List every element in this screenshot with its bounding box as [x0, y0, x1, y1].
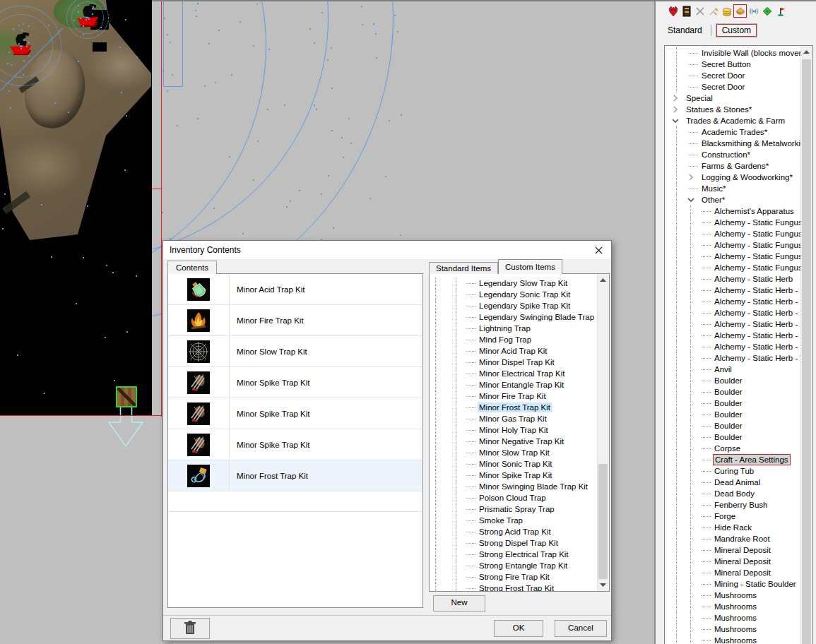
- palette-tree-row[interactable]: Construction*: [665, 149, 801, 160]
- inventory-item-row[interactable]: Minor Acid Trap Kit: [168, 274, 422, 305]
- palette-tree-row[interactable]: Alchemy - Static Herb - Fi: [665, 318, 801, 330]
- palette-tree-row[interactable]: Secret Door: [665, 70, 801, 81]
- palette-tree-row[interactable]: Other*: [665, 194, 801, 205]
- chevron-right-icon[interactable]: [672, 106, 679, 113]
- tab-contents[interactable]: Contents: [167, 261, 217, 274]
- chevron-down-icon[interactable]: [687, 196, 694, 203]
- palette-tree-row[interactable]: Boulder: [665, 375, 801, 386]
- palette-tree-row[interactable]: Mushrooms: [665, 601, 801, 612]
- scroll-down-icon[interactable]: [598, 579, 608, 591]
- paint-merchants-icon[interactable]: [721, 5, 733, 17]
- custom-tree-scrollbar[interactable]: [597, 274, 609, 591]
- custom-item-row[interactable]: Minor Slow Trap Kit: [430, 447, 598, 458]
- palette-tree-row[interactable]: Statues & Stones*: [665, 104, 801, 115]
- ok-button[interactable]: OK: [494, 620, 543, 637]
- tab-custom-items[interactable]: Custom Items: [498, 259, 562, 274]
- custom-item-row[interactable]: Poison Cloud Trap: [430, 492, 598, 503]
- area-view[interactable]: [0, 0, 152, 415]
- chevron-right-icon[interactable]: [672, 95, 679, 102]
- palette-tree-row[interactable]: Alchemy - Static Herb: [665, 273, 801, 285]
- palette-tree-row[interactable]: Secret Door: [665, 81, 801, 93]
- palette-tree-row[interactable]: Fenberry Bush: [665, 499, 801, 511]
- paint-waypoints-icon[interactable]: [774, 5, 786, 17]
- palette-tree-row[interactable]: Boulder: [665, 386, 801, 398]
- paint-placeables-icon[interactable]: [734, 5, 746, 17]
- custom-item-row[interactable]: Minor Sonic Trap Kit: [430, 458, 598, 470]
- custom-item-row[interactable]: Legendary Spike Trap Kit: [430, 300, 598, 311]
- custom-item-row[interactable]: Lightning Trap: [430, 323, 598, 334]
- inventory-item-row[interactable]: Minor Slow Trap Kit: [168, 336, 422, 367]
- custom-item-row[interactable]: Minor Gas Trap Kit: [430, 413, 598, 424]
- custom-item-row[interactable]: Minor Spike Trap Kit: [430, 470, 598, 481]
- custom-item-row[interactable]: Legendary Slow Trap Kit: [430, 278, 598, 289]
- custom-item-row[interactable]: Strong Entangle Trap Kit: [430, 560, 598, 571]
- custom-item-row[interactable]: Minor Negative Trap Kit: [430, 436, 598, 447]
- paint-triggers-icon[interactable]: [761, 5, 773, 17]
- palette-tree-row[interactable]: Boulder: [665, 409, 801, 420]
- custom-item-row[interactable]: Minor Swinging Blade Trap Kit: [430, 481, 598, 492]
- paint-sounds-icon[interactable]: [747, 5, 759, 17]
- palette-tree-row[interactable]: Mushrooms: [665, 635, 801, 644]
- palette-tree-row[interactable]: Alchemy - Static Herb - Su: [665, 341, 801, 352]
- palette-tree-row[interactable]: Alchemy - Static Herb - D: [665, 285, 801, 296]
- palette-tree-row[interactable]: Logging & Woodworking*: [665, 172, 801, 183]
- palette-tree-row[interactable]: Alchemy - Static Fungus: [665, 217, 801, 228]
- palette-tree-row[interactable]: Mineral Deposit: [665, 544, 801, 556]
- custom-item-row[interactable]: Minor Dispel Trap Kit: [430, 357, 598, 368]
- palette-tree-row[interactable]: Alchemy - Static Fungus -: [665, 228, 801, 239]
- palette-tree-row[interactable]: Dead Body: [665, 488, 801, 499]
- inventory-item-row[interactable]: Minor Frost Trap Kit: [168, 460, 422, 491]
- palette-tree-row[interactable]: Anvil: [665, 364, 801, 375]
- paint-items-icon[interactable]: [707, 5, 719, 17]
- custom-item-row[interactable]: Prismatic Spray Trap: [430, 503, 598, 515]
- custom-item-row[interactable]: Mind Fog Trap: [430, 334, 598, 345]
- cancel-button[interactable]: Cancel: [555, 620, 607, 637]
- palette-tree-row[interactable]: Academic Trades*: [665, 126, 801, 138]
- scroll-up-icon[interactable]: [801, 46, 812, 58]
- palette-tree-row[interactable]: Alchemy - Static Fungus -: [665, 251, 801, 262]
- palette-tree-row[interactable]: Boulder: [665, 431, 801, 443]
- creature-marker[interactable]: [75, 4, 100, 27]
- palette-tree-row[interactable]: Craft - Area Settings: [665, 454, 801, 465]
- palette-tree-row[interactable]: Forge: [665, 511, 801, 522]
- scrollbar-thumb[interactable]: [598, 464, 608, 579]
- inventory-item-row[interactable]: Minor Spike Trap Kit: [168, 429, 422, 460]
- palette-tree-row[interactable]: Mushrooms: [665, 590, 801, 601]
- custom-item-row[interactable]: Strong Dispel Trap Kit: [430, 537, 598, 549]
- palette-tree-row[interactable]: Hide Rack: [665, 522, 801, 533]
- new-button[interactable]: New: [433, 595, 485, 612]
- inventory-item-row[interactable]: Minor Fire Trap Kit: [168, 305, 422, 336]
- custom-item-row[interactable]: Strong Fire Trap Kit: [430, 571, 598, 583]
- palette-tree-row[interactable]: Alchemy - Static Herb - M: [665, 330, 801, 341]
- palette-tree-row[interactable]: Mandrake Root: [665, 533, 801, 544]
- palette-tree-row[interactable]: Alchemy - Static Fungus -: [665, 239, 801, 251]
- custom-item-row[interactable]: Minor Entangle Trap Kit: [430, 379, 598, 390]
- custom-item-row[interactable]: Minor Electrical Trap Kit: [430, 368, 598, 379]
- delete-button[interactable]: [170, 618, 210, 639]
- tab-standard[interactable]: Standard: [664, 25, 706, 35]
- palette-tree-row[interactable]: Mineral Deposit: [665, 567, 801, 578]
- creature-marker[interactable]: [8, 32, 33, 55]
- palette-tree-row[interactable]: Boulder: [665, 398, 801, 409]
- custom-item-row[interactable]: Strong Frost Trap Kit: [430, 583, 598, 591]
- chevron-down-icon[interactable]: [672, 117, 679, 124]
- custom-item-row[interactable]: Strong Acid Trap Kit: [430, 526, 598, 537]
- paint-creatures-icon[interactable]: [667, 5, 679, 17]
- palette-tree-row[interactable]: Alchemy - Static Fungus -: [665, 262, 801, 273]
- palette-scrollbar[interactable]: [800, 46, 812, 644]
- inventory-item-row[interactable]: Minor Spike Trap Kit: [168, 367, 422, 398]
- palette-tree-row[interactable]: Mining - Static Boulder: [665, 578, 801, 590]
- palette-tree-row[interactable]: Music*: [665, 183, 801, 194]
- palette-tree-row[interactable]: Alchemist's Apparatus: [665, 205, 801, 217]
- palette-tree-row[interactable]: Trades & Academic & Farm: [665, 115, 801, 126]
- tab-standard-items[interactable]: Standard Items: [429, 262, 498, 274]
- palette-tree-row[interactable]: Dead Animal: [665, 477, 801, 488]
- palette-tree-row[interactable]: Corpse: [665, 443, 801, 454]
- inventory-item-row[interactable]: Minor Spike Trap Kit: [168, 398, 422, 429]
- palette-tree-row[interactable]: Mineral Deposit: [665, 556, 801, 567]
- custom-item-row[interactable]: Legendary Sonic Trap Kit: [430, 289, 598, 300]
- scroll-up-icon[interactable]: [598, 274, 608, 286]
- palette-tree-row[interactable]: Boulder: [665, 420, 801, 431]
- palette-tree-row[interactable]: Alchemy - Static Herb - D: [665, 296, 801, 307]
- chevron-right-icon[interactable]: [687, 174, 694, 181]
